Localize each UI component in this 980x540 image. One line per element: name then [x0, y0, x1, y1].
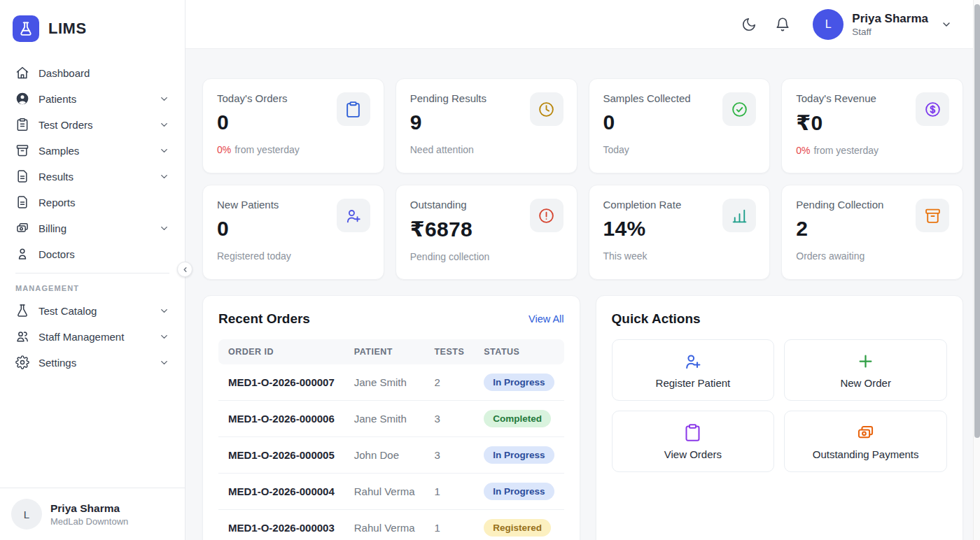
order-id: MED1-O-2026-000003	[218, 510, 344, 540]
sidebar-item-patients[interactable]: Patients	[8, 86, 176, 111]
clock-icon	[530, 92, 564, 126]
action-label: Outstanding Payments	[813, 448, 919, 460]
stat-subtext: 0%from yesterday	[217, 144, 370, 155]
avatar: L	[11, 499, 42, 530]
sidebar-item-settings[interactable]: Settings	[8, 350, 176, 375]
status-badge: Completed	[484, 410, 551, 427]
recent-orders-table: ORDER ID PATIENT TESTS STATUS MED1-O-202…	[218, 339, 564, 540]
stat-subtext: Need attention	[410, 144, 563, 155]
table-row[interactable]: MED1-O-2026-000004 Rahul Verma 1 In Prog…	[218, 474, 564, 510]
order-tests: 1	[424, 510, 474, 540]
user-plus-icon	[337, 199, 370, 232]
sidebar-collapse-button[interactable]	[177, 262, 192, 277]
stat-subtext: Registered today	[217, 250, 370, 262]
order-id: MED1-O-2026-000007	[218, 364, 344, 401]
stat-card-pending-collection: Pending Collection 2 Orders awaiting	[781, 185, 963, 280]
table-row[interactable]: MED1-O-2026-000007 Jane Smith 2 In Progr…	[218, 364, 564, 401]
recent-orders-header: Recent Orders View All	[218, 311, 564, 327]
sidebar-item-label: Dashboard	[38, 67, 90, 79]
stat-card-new-patients: New Patients 0 Registered today	[202, 185, 384, 280]
column-header-status: STATUS	[474, 339, 564, 364]
home-icon	[15, 66, 29, 80]
stat-subtext-highlight: 0%	[217, 144, 231, 155]
view-all-link[interactable]: View All	[528, 313, 564, 325]
new-order-button[interactable]: New Order	[784, 339, 947, 401]
sidebar-item-samples[interactable]: Samples	[8, 138, 176, 163]
sidebar-item-label: Results	[38, 171, 74, 183]
column-header-tests: TESTS	[424, 339, 474, 364]
recent-orders-title: Recent Orders	[218, 311, 310, 327]
clipboard-icon	[15, 118, 29, 132]
sidebar-item-label: Settings	[38, 357, 76, 369]
payments-icon	[15, 221, 29, 235]
sidebar-item-test-catalog[interactable]: Test Catalog	[8, 298, 176, 323]
order-patient: Jane Smith	[344, 364, 425, 401]
order-id: MED1-O-2026-000005	[218, 437, 344, 474]
sidebar-item-label: Billing	[38, 222, 66, 234]
table-header-row: ORDER ID PATIENT TESTS STATUS	[218, 339, 564, 364]
clipboard-icon	[683, 423, 702, 442]
sidebar-item-label: Samples	[38, 145, 79, 157]
users-icon	[15, 329, 29, 343]
dashboard-content: Today's Orders 0 0%from yesterday Pendin…	[186, 49, 980, 540]
quick-actions-grid: Register Patient New Order View Orders	[612, 339, 947, 472]
gear-icon	[15, 355, 29, 369]
sidebar-item-staff-management[interactable]: Staff Management	[8, 324, 176, 349]
clipboard-icon	[337, 92, 370, 126]
sidebar-item-doctors[interactable]: Doctors	[8, 241, 176, 267]
table-row[interactable]: MED1-O-2026-000006 Jane Smith 3 Complete…	[218, 401, 564, 437]
stat-subtext: This week	[603, 250, 756, 262]
payments-icon	[856, 423, 875, 442]
check-circle-icon	[722, 92, 756, 126]
sidebar-item-label: Staff Management	[38, 331, 124, 343]
sidebar-item-results[interactable]: Results	[8, 164, 176, 189]
sidebar-item-label: Patients	[38, 93, 76, 105]
archive-icon	[15, 143, 29, 157]
order-id: MED1-O-2026-000006	[218, 401, 344, 437]
table-row[interactable]: MED1-O-2026-000003 Rahul Verma 1 Registe…	[218, 510, 564, 540]
plus-icon	[856, 352, 875, 371]
notifications-button[interactable]	[769, 11, 796, 38]
sidebar-item-test-orders[interactable]: Test Orders	[8, 112, 176, 137]
topbar: L Priya Sharma Staff	[186, 0, 980, 49]
stat-card-outstanding: Outstanding ₹6878 Pending collection	[396, 185, 578, 280]
sidebar-item-reports[interactable]: Reports	[8, 190, 176, 215]
view-orders-button[interactable]: View Orders	[612, 411, 775, 472]
app-title: LIMS	[48, 20, 87, 38]
stat-card-completion-rate: Completion Rate 14% This week	[589, 185, 771, 280]
management-section-label: MANAGEMENT	[8, 280, 176, 298]
sidebar: LIMS Dashboard Patients Test Orders Samp…	[0, 0, 186, 540]
chevron-down-icon	[159, 145, 169, 156]
page-scrollbar[interactable]	[973, 0, 980, 540]
dark-mode-toggle[interactable]	[736, 11, 762, 38]
chevron-down-icon	[159, 306, 169, 316]
chevron-down-icon	[159, 171, 169, 182]
sidebar-user-card[interactable]: L Priya Sharma MedLab Downtown	[0, 488, 185, 540]
bell-icon	[775, 17, 790, 32]
user-menu[interactable]: L Priya Sharma Staff	[813, 9, 952, 40]
chevron-down-icon	[941, 19, 952, 30]
sidebar-item-label: Reports	[38, 197, 76, 208]
stat-subtext: Today	[603, 144, 756, 155]
stat-subtext: 0%from yesterday	[796, 145, 948, 156]
register-patient-button[interactable]: Register Patient	[612, 339, 775, 401]
bar-chart-icon	[722, 199, 756, 232]
scrollbar-thumb[interactable]	[974, 4, 980, 438]
table-row[interactable]: MED1-O-2026-000005 John Doe 3 In Progres…	[218, 437, 564, 474]
user-plus-icon	[683, 352, 702, 371]
order-tests: 1	[424, 474, 474, 510]
order-tests: 2	[424, 364, 474, 401]
status-badge: In Progress	[484, 446, 554, 464]
sidebar-item-billing[interactable]: Billing	[8, 215, 176, 241]
outstanding-payments-button[interactable]: Outstanding Payments	[784, 411, 947, 472]
order-patient: Rahul Verma	[344, 474, 425, 510]
sidebar-item-label: Test Catalog	[38, 305, 97, 317]
sidebar-item-dashboard[interactable]: Dashboard	[8, 60, 176, 85]
user-icon	[15, 247, 29, 261]
moon-icon	[741, 17, 757, 32]
order-patient: Rahul Verma	[344, 510, 425, 540]
stat-card-todays-revenue: Today's Revenue ₹0 0%from yesterday	[781, 78, 963, 173]
bottom-grid: Recent Orders View All ORDER ID PATIENT …	[202, 295, 963, 540]
chevron-down-icon	[159, 357, 169, 368]
chevron-left-icon	[181, 265, 190, 274]
